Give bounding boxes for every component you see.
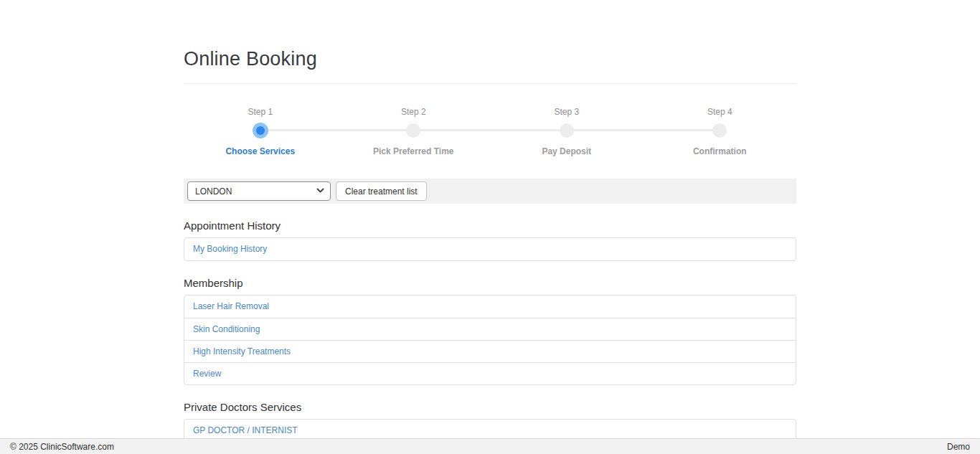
step-dot-row — [644, 122, 797, 139]
section-appointment-history: Appointment History My Booking History — [184, 219, 796, 261]
footer-copyright: © 2025 ClinicSoftware.com — [10, 442, 114, 452]
step-dot — [560, 123, 574, 138]
step-dot-row — [490, 122, 644, 139]
location-select[interactable]: LONDON — [187, 181, 331, 201]
step-dot-row — [337, 122, 491, 139]
step-dot — [253, 123, 268, 138]
step-name-label: Confirmation — [644, 146, 797, 156]
location-toolbar: LONDON Clear treatment list — [184, 179, 796, 204]
section-heading-membership: Membership — [184, 276, 796, 290]
step-dot-inner — [256, 126, 265, 135]
step-number-label: Step 1 — [184, 107, 337, 118]
step-number-label: Step 4 — [644, 107, 797, 118]
step-name-label: Choose Services — [184, 146, 337, 156]
stepper-step-choose-services: Step 1 Choose Services — [184, 107, 337, 156]
step-dot — [406, 123, 420, 138]
list-item-review[interactable]: Review — [184, 362, 796, 384]
step-name-label: Pay Deposit — [490, 146, 644, 156]
service-sections: Appointment History My Booking History M… — [184, 219, 796, 443]
section-heading-private-doctors-services: Private Doctors Services — [184, 400, 796, 414]
footer: © 2025 ClinicSoftware.com Demo — [0, 438, 980, 454]
section-list: Laser Hair Removal Skin Conditioning Hig… — [184, 295, 796, 385]
booking-stepper: Step 1 Choose Services Step 2 Pick Prefe… — [184, 107, 796, 156]
step-dot-row — [184, 122, 337, 139]
content-container: Online Booking Step 1 Choose Services St… — [184, 0, 796, 443]
step-number-label: Step 2 — [337, 107, 491, 118]
title-divider — [184, 83, 796, 84]
online-booking-page: Online Booking Step 1 Choose Services St… — [0, 0, 980, 443]
list-item-my-booking-history[interactable]: My Booking History — [184, 238, 796, 260]
page-title: Online Booking — [184, 46, 796, 72]
section-list: My Booking History — [184, 237, 796, 261]
list-item-skin-conditioning[interactable]: Skin Conditioning — [184, 318, 796, 340]
step-name-label: Pick Preferred Time — [337, 146, 491, 156]
clear-treatment-list-button[interactable]: Clear treatment list — [336, 181, 427, 201]
list-item-laser-hair-removal[interactable]: Laser Hair Removal — [184, 295, 796, 318]
list-item-high-intensity-treatments[interactable]: High Intensity Treatments — [184, 340, 796, 362]
step-dot — [712, 123, 727, 138]
section-heading-appointment-history: Appointment History — [184, 219, 796, 232]
stepper-step-confirmation: Step 4 Confirmation — [644, 107, 797, 156]
stepper-step-pay-deposit: Step 3 Pay Deposit — [490, 107, 644, 156]
step-number-label: Step 3 — [490, 107, 644, 118]
location-select-wrap: LONDON — [187, 181, 331, 201]
footer-demo-label: Demo — [947, 442, 970, 452]
stepper-step-pick-preferred-time: Step 2 Pick Preferred Time — [337, 107, 491, 156]
section-membership: Membership Laser Hair Removal Skin Condi… — [184, 276, 796, 385]
section-private-doctors-services: Private Doctors Services GP DOCTOR / INT… — [184, 400, 796, 443]
